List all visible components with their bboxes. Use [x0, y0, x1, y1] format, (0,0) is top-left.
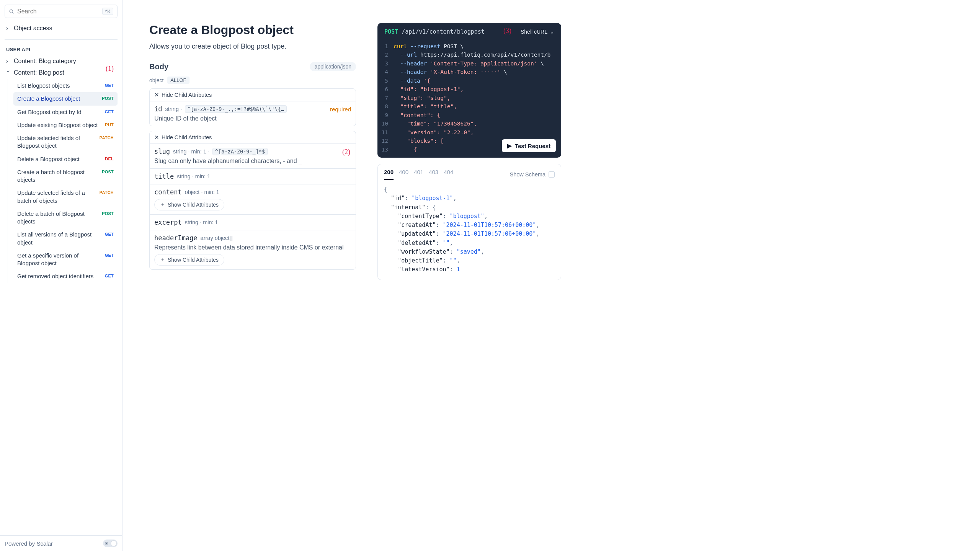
close-icon: ✕ [154, 92, 159, 98]
sidebar-item-label: Get Blogpost object by Id [17, 108, 82, 116]
sidebar-item-label: Delete a batch of Blogpost objects [17, 210, 99, 226]
method-badge: GET [105, 83, 114, 88]
sidebar-item[interactable]: Get a specific version of Blogpost objec… [13, 249, 118, 270]
attr-group-id: ✕ Hide Child Attributes id string · ^[a-… [149, 88, 356, 126]
sidebar-item-label: Update selected fields of Blogpost objec… [17, 134, 96, 150]
sidebar-item-label: Update selected fields of a batch of obj… [17, 189, 96, 205]
method-badge: POST [102, 211, 114, 217]
sidebar-item[interactable]: Delete a Blogpost objectDEL [13, 153, 118, 166]
field-title-name: title [154, 173, 174, 180]
field-slug-type: string · min: 1 · [173, 148, 209, 155]
nav-blog-post[interactable]: › Content: Blog post [5, 67, 118, 78]
field-title-type: string · min: 1 [177, 173, 210, 179]
sidebar-item-label: List Blogpost objects [17, 82, 70, 90]
attr-group-main: ✕ Hide Child Attributes slug string · mi… [149, 131, 356, 270]
body-type: object [149, 77, 163, 83]
response-tab-400[interactable]: 400 [399, 169, 408, 180]
code-line: 2 --url https://api.flotiq.com/api/v1/co… [377, 51, 561, 59]
code-line: 9 "content": { [377, 111, 561, 119]
method-badge: PATCH [100, 135, 114, 141]
request-method: POST [384, 28, 398, 35]
code-line: 5 --data '{ [377, 77, 561, 85]
powered-by[interactable]: Powered by Scalar [5, 540, 53, 547]
field-content-name: content [154, 188, 182, 196]
code-line: 1curl --request POST \ [377, 42, 561, 51]
shell-selector[interactable]: Shell cURL ⌄ [521, 29, 554, 35]
search-icon [9, 9, 14, 14]
field-headerimage-name: headerImage [154, 234, 198, 242]
field-excerpt-name: excerpt [154, 218, 182, 226]
sun-icon: ☀ [105, 541, 108, 546]
nav-label: Content: Blog category [14, 58, 76, 65]
nav-label: Object access [14, 25, 52, 32]
sidebar-item-label: List all versions of a Blogpost object [17, 231, 102, 246]
response-tab-403[interactable]: 403 [429, 169, 438, 180]
json-line: "objectTitle": "", [384, 256, 555, 265]
nav-label: Content: Blog post [14, 69, 64, 76]
method-badge: GET [105, 231, 114, 237]
sidebar-item[interactable]: Update selected fields of a batch of obj… [13, 186, 118, 207]
nav-object-access[interactable]: › Object access [5, 23, 118, 34]
body-heading: Body [149, 62, 168, 71]
code-line: 6 "id": "blogpost-1", [377, 85, 561, 93]
chevron-down-icon: ⌄ [550, 29, 554, 35]
code-line: 4 --header 'X-Auth-Token: ·····' \ [377, 68, 561, 76]
search-box[interactable]: ^K [5, 5, 118, 18]
method-badge: GET [105, 253, 114, 258]
field-headerimage-type: array object[] [201, 235, 233, 241]
json-line: "latestVersion": 1 [384, 265, 555, 274]
allof-badge: ALLOF [167, 77, 189, 84]
sidebar-item[interactable]: Get removed object identifiersGET [13, 270, 118, 283]
method-badge: POST [102, 169, 114, 175]
json-line: "id": "blogpost-1", [384, 194, 555, 203]
method-badge: GET [105, 109, 114, 115]
sidebar-item-label: Get removed object identifiers [17, 272, 93, 280]
theme-toggle[interactable]: ☀ [103, 540, 118, 547]
method-badge: PUT [105, 122, 114, 128]
sidebar-item[interactable]: Update existing Blogpost objectPUT [13, 119, 118, 132]
sidebar-item[interactable]: Update selected fields of Blogpost objec… [13, 132, 118, 153]
field-id-name: id [154, 105, 162, 113]
json-line: "deletedAt": "", [384, 239, 555, 248]
sidebar-item[interactable]: List all versions of a Blogpost objectGE… [13, 228, 118, 249]
method-badge: GET [105, 273, 114, 279]
field-content-type: object · min: 1 [185, 189, 219, 195]
json-line: "updatedAt": "2024-11-01T10:57:06+00:00"… [384, 230, 555, 238]
json-line: "contentType": "blogpost", [384, 212, 555, 221]
response-tab-401[interactable]: 401 [414, 169, 423, 180]
method-badge: DEL [105, 156, 114, 162]
field-excerpt-type: string · min: 1 [185, 219, 218, 225]
chevron-down-icon: › [5, 70, 12, 75]
sidebar-item[interactable]: Delete a batch of Blogpost objectsPOST [13, 207, 118, 228]
sidebar-item[interactable]: Create a Blogpost objectPOST [13, 92, 118, 105]
test-request-button[interactable]: ▶ Test Request [502, 139, 556, 152]
response-tab-200[interactable]: 200 [384, 169, 394, 180]
hide-child-attributes-toggle[interactable]: ✕ Hide Child Attributes [150, 89, 356, 101]
sidebar-item[interactable]: Create a batch of blogpost objectsPOST [13, 166, 118, 187]
sidebar-item-label: Update existing Blogpost object [17, 121, 98, 129]
nav-blog-category[interactable]: › Content: Blog category [5, 55, 118, 67]
sidebar: ^K › Object access USER API › Content: B… [0, 0, 122, 551]
code-line: 10 "time": "1730458626", [377, 119, 561, 128]
sidebar-item-label: Create a batch of blogpost objects [17, 168, 99, 184]
show-child-attributes-button[interactable]: ＋ Show Child Attributes [154, 199, 224, 210]
page-description: Allows you to create object of Blog post… [149, 42, 356, 51]
field-id-desc: Unique ID of the object [154, 115, 351, 122]
sidebar-item-label: Delete a Blogpost object [17, 155, 80, 163]
response-tab-404[interactable]: 404 [444, 169, 453, 180]
show-child-attributes-button[interactable]: ＋ Show Child Attributes [154, 254, 224, 266]
show-schema-toggle[interactable]: Show Schema [510, 171, 555, 178]
field-id-regex: ^[a-zA-Z0-9-_.,:=!?#$%&(\`\'\{… [185, 105, 287, 113]
json-line: "internal": { [384, 203, 555, 212]
json-line: "createdAt": "2024-11-01T10:57:06+00:00"… [384, 221, 555, 230]
hide-child-attributes-toggle[interactable]: ✕ Hide Child Attributes [150, 131, 356, 144]
sidebar-item[interactable]: List Blogpost objectsGET [13, 79, 118, 92]
field-slug-desc: Slug can only have alphanumerical charac… [154, 158, 351, 165]
request-code-panel: POST /api/v1/content/blogpost Shell cURL… [377, 23, 561, 158]
request-path: /api/v1/content/blogpost [402, 28, 485, 35]
sidebar-item[interactable]: Get Blogpost object by IdGET [13, 106, 118, 119]
field-id-type: string · [165, 106, 182, 112]
show-schema-checkbox[interactable] [549, 171, 555, 178]
search-input[interactable] [17, 8, 99, 15]
code-line: 3 --header 'Content-Type: application/js… [377, 59, 561, 68]
